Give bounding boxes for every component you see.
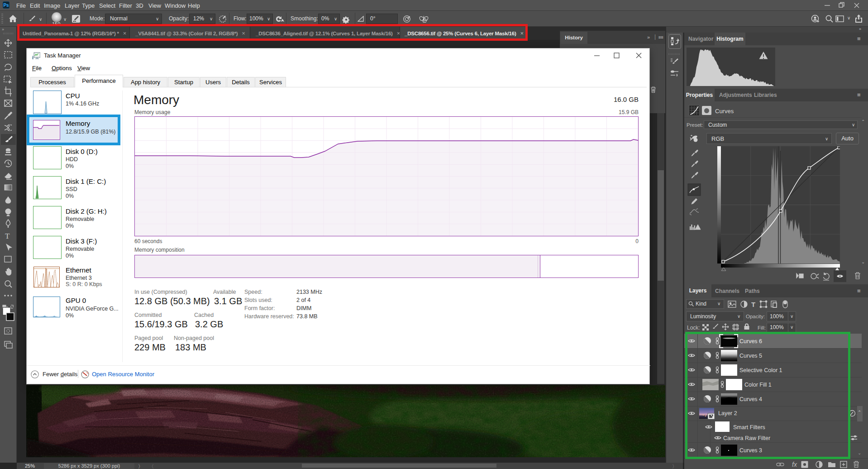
svg-text:T: T <box>5 232 10 240</box>
svg-text:fx: fx <box>792 461 797 468</box>
svg-text:T: T <box>751 301 755 308</box>
